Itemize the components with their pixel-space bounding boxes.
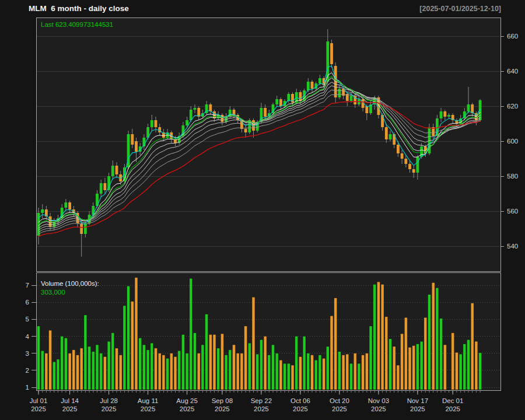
volume-bar <box>318 355 321 390</box>
volume-bar <box>52 362 55 390</box>
candle-body <box>209 104 212 111</box>
volume-bar <box>416 344 419 390</box>
volume-bar <box>37 326 40 390</box>
x-axis-label-year: 2025 <box>293 405 308 412</box>
volume-bar <box>397 365 400 390</box>
x-axis-label-month: Aug 11 <box>138 397 159 404</box>
price-panel <box>36 18 501 271</box>
volume-bar <box>330 316 333 390</box>
volume-bar <box>452 333 454 390</box>
candle-body <box>443 111 446 117</box>
volume-bar <box>385 317 388 390</box>
volume-bar <box>166 358 169 390</box>
candle-body <box>299 92 302 101</box>
volume-bar <box>358 363 360 390</box>
volume-bar <box>279 360 282 390</box>
candle-body <box>150 120 153 127</box>
volume-bar <box>139 338 142 390</box>
volume-bar <box>111 333 114 390</box>
volume-bar <box>123 306 126 390</box>
volume-bar <box>346 354 349 390</box>
volume-bar <box>68 354 71 390</box>
volume-bar <box>146 350 149 390</box>
candle-body <box>440 111 443 118</box>
x-axis-label-month: Sep 22 <box>251 397 272 404</box>
candle-body <box>186 120 188 125</box>
volume-bar <box>354 354 356 390</box>
candle-body <box>401 153 404 159</box>
volume-axis-label: 4 <box>26 333 30 340</box>
volume-bar <box>150 343 153 390</box>
volume-value-label: 303,000 <box>41 289 65 296</box>
volume-bar <box>155 348 158 390</box>
volume-axis-label: 5 <box>26 316 29 323</box>
volume-bar <box>225 355 228 390</box>
x-axis-label-year: 2025 <box>410 405 425 412</box>
volume-bar <box>213 335 216 390</box>
volume-bar <box>170 354 173 390</box>
volume-bar <box>182 335 185 390</box>
volume-bar <box>373 285 376 390</box>
candle-body <box>338 89 341 97</box>
volume-bar <box>284 363 286 390</box>
x-axis: Jul 012025Jul 142025Jul 282025Aug 112025… <box>30 391 480 412</box>
candle-body <box>155 120 158 127</box>
volume-bar <box>314 360 317 390</box>
candle-body <box>330 43 333 64</box>
volume-bar <box>334 298 337 390</box>
volume-bar <box>389 339 392 390</box>
volume-axis-label: 7 <box>26 282 29 289</box>
volume-bar <box>275 354 278 390</box>
date-range-label: [2025-07-01/2025-12-10] <box>419 5 501 13</box>
volume-bar <box>104 357 107 390</box>
x-axis-label-year: 2025 <box>31 405 46 412</box>
volume-bar <box>362 355 365 390</box>
volume-bar <box>463 344 466 390</box>
candle-body <box>116 166 118 174</box>
volume-bar <box>209 335 212 390</box>
volume-bar <box>186 354 188 390</box>
volume-bar <box>299 357 302 390</box>
volume-bar <box>287 363 290 390</box>
candle-body <box>404 159 407 164</box>
x-axis-label-month: Oct 06 <box>290 397 310 404</box>
volume-bar <box>326 346 329 390</box>
volume-bar <box>233 345 236 390</box>
volume-bar <box>401 334 404 390</box>
volume-bar <box>174 357 177 390</box>
volume-bar <box>338 352 341 390</box>
price-volume-chart: 6606406206005805605407654321Jul 012025Ju… <box>0 0 525 420</box>
volume-bar <box>248 343 251 390</box>
volume-axis-label: 6 <box>26 299 29 306</box>
candle-body <box>408 164 411 169</box>
volume-bar <box>197 354 200 390</box>
volume-bar <box>381 285 384 390</box>
volume-bar <box>440 318 443 390</box>
volume-bar <box>76 355 79 390</box>
volume-bar <box>307 354 310 390</box>
candle-body <box>61 208 64 218</box>
volume-bar <box>323 358 326 390</box>
x-axis-label-year: 2025 <box>371 405 386 412</box>
volume-bar <box>350 363 353 390</box>
volume-bar <box>459 354 462 390</box>
candle-body <box>41 209 44 213</box>
x-axis-label-month: Jul 14 <box>61 397 79 404</box>
volume-bar <box>479 353 482 390</box>
volume-bar <box>57 359 60 390</box>
volume-bar <box>342 355 345 390</box>
price-axis-label: 660 <box>507 33 518 40</box>
candle-body <box>221 115 224 122</box>
x-axis-label-month: Jul 28 <box>100 397 118 404</box>
volume-bar <box>424 317 427 390</box>
candle-body <box>365 106 368 113</box>
volume-bar <box>393 346 396 390</box>
volume-bar <box>436 288 439 390</box>
x-axis-label-month: Aug 25 <box>176 397 197 404</box>
chart-page: 6606406206005805605407654321Jul 012025Ju… <box>0 0 525 420</box>
volume-bar <box>365 354 368 390</box>
volume-bar <box>116 348 118 390</box>
volume-bar <box>369 326 372 390</box>
candle-body <box>350 96 353 101</box>
volume-bar <box>432 283 435 390</box>
